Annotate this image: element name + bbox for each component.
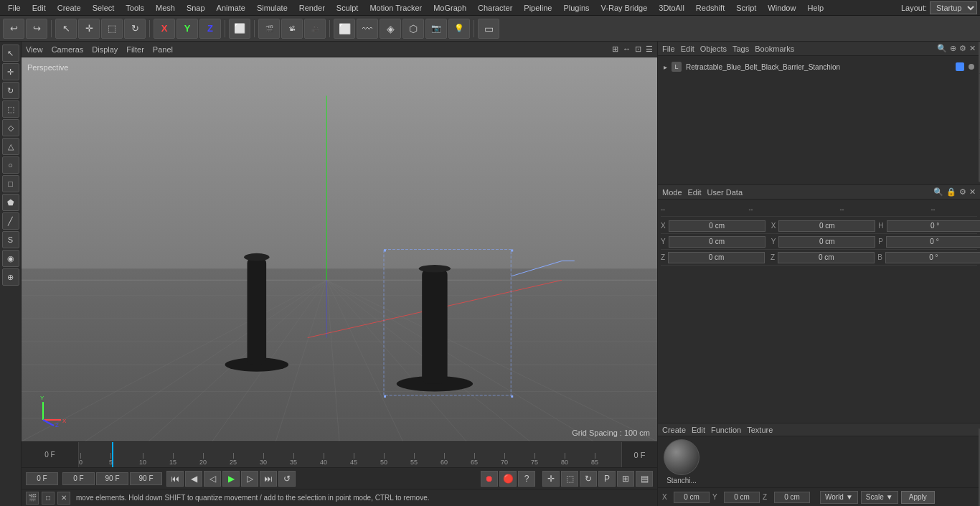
menu-create[interactable]: Create: [52, 2, 86, 14]
play-reverse-button[interactable]: ◁: [204, 471, 221, 487]
obj-close-icon[interactable]: ✕: [969, 44, 976, 53]
x-axis-button[interactable]: X: [154, 19, 175, 39]
viewport-menu-filter[interactable]: Filter: [126, 45, 143, 54]
material-item[interactable]: Stanchi...: [664, 439, 699, 484]
attr-menu-user-data[interactable]: User Data: [707, 188, 743, 197]
redo-button[interactable]: ↪: [26, 19, 47, 39]
attr-z-pos[interactable]: [668, 252, 765, 263]
attr-search-icon[interactable]: 🔍: [933, 187, 943, 197]
y-axis-button[interactable]: Y: [176, 19, 198, 39]
coord-x-input[interactable]: [674, 492, 710, 503]
select-tool-button[interactable]: ↖: [55, 19, 77, 39]
end-frame-input[interactable]: [130, 472, 162, 485]
object-manager-content[interactable]: ▸ L Retractable_Blue_Belt_Black_Barrier_…: [658, 56, 980, 184]
menu-mograph[interactable]: MoGraph: [428, 2, 471, 14]
menu-render[interactable]: Render: [294, 2, 330, 14]
help-button[interactable]: ?: [518, 471, 535, 487]
attr-y-pos[interactable]: [669, 236, 765, 248]
sidebar-tool-8[interactable]: □: [2, 175, 19, 192]
obj-menu-bookmarks[interactable]: Bookmarks: [755, 44, 794, 53]
record-button[interactable]: ⏺: [481, 471, 498, 487]
attr-lock-icon[interactable]: 🔒: [946, 187, 956, 197]
viewport-icon-2[interactable]: ↔: [623, 44, 631, 54]
apply-button[interactable]: Apply: [901, 491, 935, 504]
rotate-key-button[interactable]: ↻: [580, 471, 597, 487]
attr-z-size[interactable]: [778, 252, 875, 263]
attr-close-icon[interactable]: ✕: [969, 187, 976, 197]
preview-end-input[interactable]: [96, 472, 128, 485]
coord-y-input[interactable]: [724, 492, 760, 503]
viewport-canvas[interactable]: Perspective Grid Spacing : 100 cm X Y Z: [22, 57, 657, 441]
obj-menu-tags[interactable]: Tags: [732, 44, 749, 53]
attr-x-size[interactable]: [778, 220, 875, 232]
sidebar-scale-tool[interactable]: ⬚: [2, 100, 19, 118]
timeline-ruler[interactable]: 051015202530354045505560657075808590: [79, 442, 621, 467]
go-to-start-button[interactable]: ⏮: [166, 471, 184, 487]
menu-motion-tracker[interactable]: Motion Tracker: [364, 2, 427, 14]
render-all-button[interactable]: 🎥: [304, 19, 326, 39]
sidebar-rotate-tool[interactable]: ↻: [2, 82, 19, 99]
scale-tool-button[interactable]: ⬚: [101, 19, 123, 39]
z-axis-button[interactable]: Z: [199, 19, 221, 39]
light-button[interactable]: 💡: [448, 19, 470, 39]
cube-button[interactable]: ⬜: [334, 19, 355, 39]
menu-redshift[interactable]: Redshift: [691, 2, 730, 14]
menu-3dtoall[interactable]: 3DtoAll: [654, 2, 689, 14]
mat-menu-create[interactable]: Create: [662, 426, 686, 434]
sidebar-select-tool[interactable]: ↖: [2, 44, 19, 62]
loop-button[interactable]: ↺: [278, 471, 296, 487]
menu-file[interactable]: File: [3, 2, 26, 14]
param-button[interactable]: ▤: [636, 471, 653, 487]
menu-simulate[interactable]: Simulate: [252, 2, 293, 14]
next-frame-button[interactable]: ▷: [241, 471, 258, 487]
coord-z-input[interactable]: [774, 492, 810, 503]
sidebar-tool-6[interactable]: △: [2, 138, 19, 155]
menu-character[interactable]: Character: [473, 2, 517, 14]
attr-y-size[interactable]: [778, 236, 875, 248]
viewport-icon-4[interactable]: ☰: [646, 44, 653, 54]
viewport-container[interactable]: View Cameras Display Filter Panel ⊞ ↔ ⊡ …: [22, 42, 657, 441]
attr-x-rot[interactable]: [887, 220, 980, 232]
menu-animate[interactable]: Animate: [212, 2, 250, 14]
attr-z-rot[interactable]: [885, 252, 980, 263]
current-frame-input[interactable]: [26, 472, 58, 485]
play-button[interactable]: ▶: [222, 471, 240, 487]
menu-tools[interactable]: Tools: [121, 2, 149, 14]
status-icon-2[interactable]: □: [42, 492, 55, 505]
prev-frame-button[interactable]: ◀: [185, 471, 202, 487]
mat-menu-function[interactable]: Function: [711, 426, 741, 434]
sidebar-tool-7[interactable]: ○: [2, 156, 19, 174]
sidebar-tool-12[interactable]: ◉: [2, 250, 19, 267]
viewport-menu-view[interactable]: View: [26, 45, 43, 54]
spline-button[interactable]: 〰: [357, 19, 378, 39]
scale-key-button[interactable]: ⬚: [561, 471, 578, 487]
attr-settings-icon[interactable]: ⚙: [959, 187, 966, 197]
attr-menu-edit[interactable]: Edit: [688, 188, 702, 197]
nurbs-button[interactable]: ◈: [380, 19, 401, 39]
menu-snap[interactable]: Snap: [182, 2, 210, 14]
sidebar-tool-13[interactable]: ⊕: [2, 268, 19, 286]
rotate-tool-button[interactable]: ↻: [124, 19, 146, 39]
menu-plugins[interactable]: Plugins: [558, 2, 594, 14]
viewport-menu-panel[interactable]: Panel: [153, 45, 173, 54]
key-button[interactable]: P: [598, 471, 616, 487]
render-region-button[interactable]: 🎬: [258, 19, 280, 39]
camera-button[interactable]: 📷: [425, 19, 447, 39]
menu-window[interactable]: Window: [763, 2, 801, 14]
sidebar-tool-11[interactable]: S: [2, 231, 19, 248]
obj-search-icon[interactable]: 🔍: [937, 44, 947, 53]
mat-menu-edit[interactable]: Edit: [692, 426, 705, 434]
menu-mesh[interactable]: Mesh: [151, 2, 180, 14]
grid-key-button[interactable]: ⊞: [617, 471, 634, 487]
mat-menu-texture[interactable]: Texture: [747, 426, 773, 434]
attr-y-rot[interactable]: [886, 236, 980, 248]
obj-settings-icon[interactable]: ⚙: [959, 44, 966, 53]
render-view-button[interactable]: 📽: [281, 19, 303, 39]
obj-add-icon[interactable]: ⊕: [950, 44, 956, 53]
viewport-menu-cameras[interactable]: Cameras: [52, 45, 84, 54]
deformer-button[interactable]: ⬡: [402, 19, 424, 39]
scale-dropdown[interactable]: Scale ▼: [861, 491, 898, 504]
go-to-end-button[interactable]: ⏭: [260, 471, 277, 487]
move-key-button[interactable]: ✛: [542, 471, 560, 487]
undo-button[interactable]: ↩: [3, 19, 24, 39]
